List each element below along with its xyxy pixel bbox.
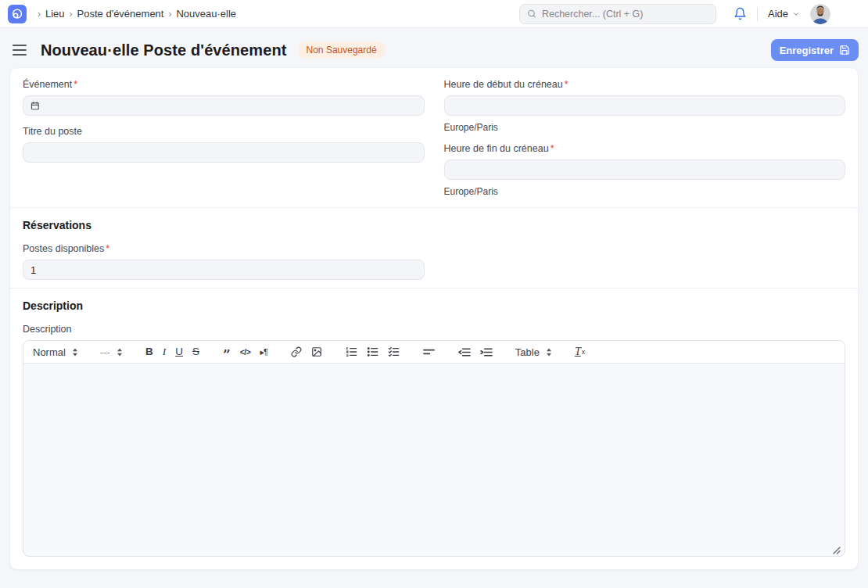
table-select-label: Table [515,346,540,358]
start-time-input[interactable] [444,95,846,116]
resize-handle-icon[interactable] [832,546,841,554]
outdent-icon [458,347,471,357]
start-time-label: Heure de début du créneau* [444,79,846,90]
breadcrumb-item-poste-evenement[interactable]: Poste d'événement [77,8,164,20]
required-asterisk: * [565,79,569,90]
breadcrumb: › Lieu › Poste d'événement › Nouveau·ell… [38,8,236,20]
breadcrumb-separator: › [38,9,41,20]
calendar-icon [30,101,40,110]
form-section-description: Description Description Normal --- [10,289,858,569]
breadcrumb-separator: › [70,9,73,20]
status-badge: Non Sauvegardé [298,41,386,59]
table-select[interactable]: Table [515,346,552,358]
code-block-button[interactable]: </> [239,346,252,358]
indent-group [457,346,493,359]
form-card: Événement* Titre du poste H [9,67,859,570]
save-button-label: Enregistrer [780,45,834,56]
form-section-details: Événement* Titre du poste H [10,68,858,208]
rich-text-editor: Normal --- B I U S [23,340,845,557]
required-asterisk: * [551,143,554,154]
navbar-divider [757,7,758,21]
details-right-column: Heure de début du créneau* Europe/Paris … [444,79,846,207]
select-arrows-icon [72,348,78,357]
title-field-label: Titre du poste [23,126,425,137]
check-list-icon [388,346,400,357]
underline-button[interactable]: U [174,345,184,359]
reservations-heading: Réservations [23,219,845,231]
link-button[interactable] [290,345,303,359]
event-label-text: Événement [23,79,72,90]
breadcrumb-item-nouveau[interactable]: Nouveau·elle [176,8,236,20]
event-field: Événement* [23,79,425,116]
title-field: Titre du poste [23,126,425,163]
available-label-text: Postes disponibles [23,243,104,254]
search-input[interactable] [542,9,708,20]
end-time-label: Heure de fin du créneau* [444,143,846,154]
required-asterisk: * [106,243,109,254]
clear-format-button[interactable]: Tx [574,345,586,359]
italic-button[interactable]: I [162,345,167,359]
bullet-list-button[interactable] [366,345,379,359]
required-asterisk: * [74,79,77,90]
image-icon [311,346,322,357]
search-icon [527,9,536,19]
outdent-button[interactable] [457,346,472,359]
page-head: Nouveau·elle Poste d'événement Non Sauve… [0,28,868,67]
strikethrough-button[interactable]: S [192,345,200,359]
heading-style-select[interactable]: Normal [33,346,78,358]
description-field-label: Description [23,324,845,335]
notifications-bell-icon[interactable] [733,7,747,20]
event-field-label: Événement* [23,79,425,90]
event-input[interactable] [40,100,417,112]
help-dropdown[interactable]: Aide [768,8,800,20]
block-group: ” </> ▸¶ [222,344,268,360]
bullet-list-icon [367,346,378,357]
editor-toolbar: Normal --- B I U S [23,341,845,364]
save-floppy-icon [839,45,850,56]
select-arrows-icon [546,348,552,357]
blockquote-button[interactable]: ” [222,344,231,360]
ordered-list-button[interactable] [345,345,358,359]
event-link-input[interactable] [23,95,425,116]
global-search[interactable] [519,4,716,24]
ordered-list-icon [346,346,357,357]
description-editor-area[interactable] [23,364,845,557]
align-button[interactable] [422,346,436,358]
sidebar-toggle-icon[interactable] [13,45,27,56]
breadcrumb-separator: › [168,9,171,20]
navbar-actions: Aide [733,4,830,24]
description-heading: Description [23,299,845,312]
clear-format-x: x [582,349,586,356]
available-posts-input[interactable] [23,260,425,280]
link-icon [291,346,302,357]
page-title: Nouveau·elle Poste d'événement [41,41,287,59]
text-direction-button[interactable]: ▸¶ [259,346,267,358]
breadcrumb-item-lieu[interactable]: Lieu [45,8,65,20]
user-avatar[interactable] [810,4,830,24]
title-input[interactable] [23,142,425,163]
clear-format-t: T [575,346,581,357]
image-button[interactable] [310,345,323,359]
app-logo[interactable] [8,5,27,23]
available-posts-label: Postes disponibles* [23,243,425,254]
avatar-image [810,4,830,24]
divider-select[interactable]: --- [100,346,123,358]
end-label-text: Heure de fin du créneau [444,143,549,154]
help-label: Aide [768,8,788,20]
save-button[interactable]: Enregistrer [771,39,859,61]
start-timezone-note: Europe/Paris [444,122,846,133]
available-posts-field: Postes disponibles* [23,243,425,280]
divider-select-value: --- [100,346,110,358]
heading-style-value: Normal [33,346,66,358]
insert-group [290,345,323,359]
end-timezone-note: Europe/Paris [444,186,846,197]
check-list-button[interactable] [387,345,400,359]
end-time-input[interactable] [444,160,846,180]
text-style-group: B I U S [145,345,200,359]
bold-button[interactable]: B [145,345,154,359]
logo-swirl-icon [10,7,24,21]
align-icon [423,347,435,357]
indent-button[interactable] [479,346,493,359]
indent-icon [480,347,493,357]
form-section-reservations: Réservations Postes disponibles* [10,208,858,289]
